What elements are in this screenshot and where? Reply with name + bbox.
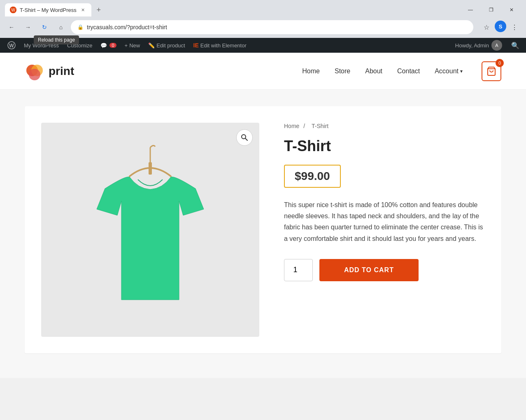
cart-button[interactable]: 0 — [482, 61, 501, 81]
site-logo[interactable]: print — [25, 61, 74, 81]
browser-titlebar: W T-Shirt – My WordPress ✕ + — ❐ ✕ — [0, 0, 526, 16]
product-description: This super nice t-shirt is made of 100% … — [284, 199, 485, 244]
cart-icon — [486, 66, 496, 76]
wp-edit-product-label: Edit product — [156, 42, 185, 49]
svg-rect-9 — [149, 162, 152, 175]
tab-close-btn[interactable]: ✕ — [80, 7, 86, 13]
browser-toolbar-right: ☆ S ⋮ — [480, 21, 521, 34]
product-info: Home / T-Shirt T-Shirt $99.00 This super… — [284, 123, 485, 337]
svg-line-11 — [245, 138, 247, 140]
breadcrumb-home-link[interactable]: Home — [284, 123, 299, 129]
browser-addressbar: ← → ↻ Reload this page ⌂ 🔒 trycasuals.co… — [0, 16, 526, 38]
svg-text:W: W — [9, 43, 14, 49]
nav-about[interactable]: About — [365, 68, 382, 75]
url-text: trycasuals.com/?product=t-shirt — [87, 24, 467, 30]
site-navigation: Home Store About Contact Account ▾ 0 — [302, 61, 501, 81]
product-title: T-Shirt — [284, 138, 485, 155]
cart-count-badge: 0 — [496, 59, 504, 67]
wp-customize-label: Customize — [67, 42, 92, 49]
add-to-cart-button[interactable]: ADD TO CART — [319, 259, 419, 281]
breadcrumb: Home / T-Shirt — [284, 123, 485, 129]
site-logo-text: print — [49, 65, 74, 78]
wp-edit-elementor-item[interactable]: IE Edit with Elementor — [189, 38, 251, 53]
wp-edit-elementor-label: Edit with Elementor — [200, 42, 247, 49]
zoom-button[interactable] — [236, 129, 253, 146]
new-tab-button[interactable]: + — [93, 4, 105, 16]
page-content: Home / T-Shirt T-Shirt $99.00 This super… — [0, 90, 526, 378]
address-bar[interactable]: 🔒 trycasuals.com/?product=t-shirt — [71, 20, 473, 34]
wp-customize-item[interactable]: Customize — [63, 38, 96, 53]
wp-new-plus-icon: + — [125, 42, 128, 49]
nav-contact[interactable]: Contact — [397, 68, 420, 75]
add-to-cart-row: ADD TO CART — [284, 259, 485, 281]
product-container: Home / T-Shirt T-Shirt $99.00 This super… — [25, 106, 501, 353]
product-image-container — [41, 123, 259, 337]
tab-favicon: W — [10, 7, 16, 13]
howdy-label: Howdy, Admin — [455, 42, 489, 49]
elementor-icon: IE — [193, 42, 199, 49]
lock-icon: 🔒 — [77, 24, 84, 30]
forward-button[interactable]: → — [21, 21, 35, 34]
wp-howdy-item[interactable]: Howdy, Admin A — [451, 38, 506, 53]
wp-my-wordpress-item[interactable]: My WordPress — [20, 38, 63, 53]
tshirt-illustration — [72, 143, 228, 316]
reload-tooltip-container: ↻ Reload this page — [38, 21, 51, 34]
wp-new-item[interactable]: + New — [121, 38, 144, 53]
bookmark-button[interactable]: ☆ — [480, 21, 493, 34]
reload-button[interactable]: ↻ — [38, 21, 51, 34]
nav-account-label: Account — [435, 68, 459, 75]
nav-home[interactable]: Home — [302, 68, 320, 75]
svg-text:W: W — [11, 8, 15, 12]
breadcrumb-current: T-Shirt — [312, 123, 328, 129]
window-maximize-button[interactable]: ❐ — [482, 3, 500, 16]
wp-logo-item[interactable]: W — [3, 38, 20, 53]
product-price: $99.00 — [284, 165, 341, 188]
home-button[interactable]: ⌂ — [54, 21, 67, 34]
site-header: print Home Store About Contact Account ▾… — [0, 53, 526, 90]
window-minimize-button[interactable]: — — [461, 3, 480, 16]
window-close-button[interactable]: ✕ — [502, 3, 521, 16]
nav-account[interactable]: Account ▾ — [435, 68, 463, 75]
nav-store[interactable]: Store — [335, 68, 350, 75]
edit-product-icon: ✏️ — [148, 42, 155, 49]
browser-tab[interactable]: W T-Shirt – My WordPress ✕ — [5, 3, 91, 16]
wp-admin-bar: W My WordPress Customize 💬 0 + New ✏️ Ed… — [0, 38, 526, 53]
comment-count-badge: 0 — [109, 43, 116, 48]
profile-button[interactable]: S — [495, 21, 506, 32]
breadcrumb-separator: / — [303, 123, 305, 129]
wp-comments-item[interactable]: 💬 0 — [96, 38, 120, 53]
more-options-button[interactable]: ⋮ — [508, 21, 521, 34]
wp-logo-icon: W — [7, 41, 16, 49]
wp-my-wordpress-label: My WordPress — [24, 42, 59, 49]
svg-point-6 — [29, 69, 40, 80]
account-chevron-down-icon: ▾ — [460, 68, 463, 74]
back-button[interactable]: ← — [5, 21, 18, 34]
window-controls: — ❐ ✕ — [461, 3, 521, 16]
wp-search-button[interactable]: 🔍 — [508, 38, 523, 53]
search-icon — [241, 134, 248, 141]
admin-avatar: A — [491, 40, 502, 51]
comment-icon: 💬 — [100, 42, 107, 49]
quantity-input[interactable] — [284, 259, 313, 281]
wp-new-label: New — [129, 42, 140, 49]
logo-icon — [25, 61, 44, 81]
product-image — [41, 123, 259, 337]
tab-title: T-Shirt – My WordPress — [20, 7, 77, 13]
wp-edit-product-item[interactable]: ✏️ Edit product — [144, 38, 189, 53]
browser-chrome: W T-Shirt – My WordPress ✕ + — ❐ ✕ ← → ↻… — [0, 0, 526, 38]
